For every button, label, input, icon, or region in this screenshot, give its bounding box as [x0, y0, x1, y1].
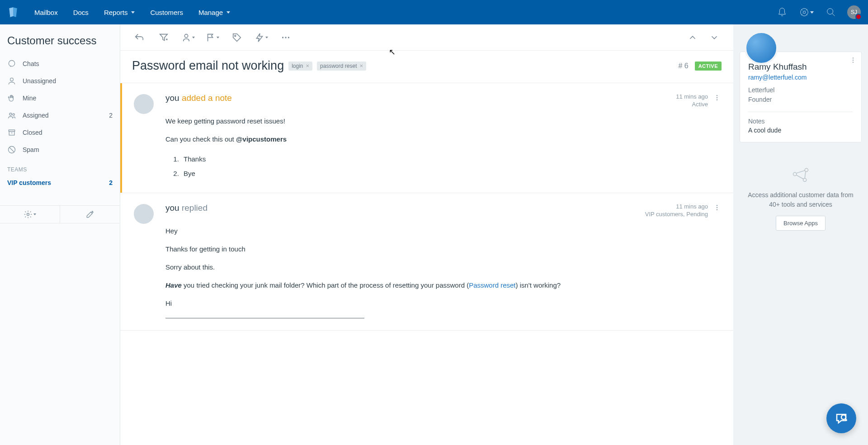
workflow-button[interactable]	[251, 28, 271, 47]
sidebar-item-spam[interactable]: Spam	[0, 141, 120, 158]
close-icon[interactable]: ×	[359, 63, 363, 69]
password-reset-link[interactable]: Password reset	[469, 281, 515, 289]
settings-button[interactable]	[0, 206, 60, 223]
logo[interactable]	[7, 6, 19, 18]
message-text: Have	[165, 281, 182, 289]
divider	[748, 112, 853, 112]
list-item: Thanks	[181, 152, 722, 166]
message-text: Hey	[165, 226, 722, 237]
prev-conversation-button[interactable]	[683, 28, 703, 47]
message-status: Active	[692, 101, 708, 108]
back-button[interactable]	[129, 28, 149, 47]
divider	[165, 318, 364, 318]
svg-point-16	[717, 95, 717, 96]
chevron-down-icon	[192, 37, 195, 38]
chat-icon	[7, 59, 16, 68]
close-icon[interactable]: ×	[306, 63, 310, 69]
flag-button[interactable]	[203, 28, 222, 47]
customer-more-button[interactable]	[849, 57, 857, 65]
message-more-button[interactable]	[712, 203, 722, 213]
chevron-down-icon	[810, 11, 814, 14]
svg-point-22	[853, 57, 854, 58]
svg-point-3	[9, 61, 14, 66]
nav-mailbox[interactable]: Mailbox	[28, 5, 64, 20]
sidebar-item-label: Closed	[23, 129, 42, 136]
subject-row: Password email not working login× passwo…	[120, 51, 733, 83]
svg-point-24	[853, 62, 854, 62]
nav-manage[interactable]: Manage	[192, 5, 236, 20]
customer-avatar[interactable]	[745, 31, 778, 65]
message-author: you	[165, 203, 179, 213]
svg-point-17	[717, 97, 717, 98]
conversation-subject: Password email not working	[132, 59, 284, 73]
message-text: We keep getting password reset issues!	[165, 116, 722, 127]
thread: you added a note 11 mins ago Active We k…	[120, 83, 733, 445]
nav-customers[interactable]: Customers	[144, 5, 189, 20]
svg-point-1	[803, 11, 806, 14]
user-avatar[interactable]: SJ	[847, 5, 861, 19]
sidebar-item-chats[interactable]: Chats	[0, 55, 120, 72]
sidebar-item-closed[interactable]: Closed	[0, 124, 120, 141]
message-action: replied	[182, 203, 208, 213]
svg-point-5	[9, 113, 12, 115]
notifications-button[interactable]	[774, 4, 790, 20]
svg-point-26	[805, 168, 808, 171]
customer-company: Letterfuel	[748, 85, 853, 95]
compose-button[interactable]	[60, 206, 120, 223]
message-time: 11 mins ago	[676, 203, 708, 210]
sidebar-team-label: VIP customers	[7, 179, 51, 186]
nav-docs[interactable]: Docs	[67, 5, 95, 20]
sidebar-item-assigned[interactable]: Assigned 2	[0, 107, 120, 124]
chevron-down-icon	[265, 37, 268, 38]
assign-button[interactable]	[178, 28, 198, 47]
customer-notes[interactable]: A cool dude	[748, 127, 853, 134]
nav-reports-label: Reports	[104, 9, 128, 16]
customer-panel: Ramy Khuffash ramy@letterfuel.com Letter…	[733, 24, 868, 445]
apps-promo: Access additional customer data from 40+…	[740, 151, 862, 235]
message-text: Can you check this out	[165, 135, 236, 143]
sidebar-section-teams: TEAMS	[0, 158, 120, 175]
tag-button[interactable]	[227, 28, 247, 47]
nav-right: SJ	[774, 4, 861, 20]
chevron-down-icon	[131, 11, 135, 14]
tag-password-reset[interactable]: password reset×	[317, 62, 366, 71]
customer-email[interactable]: ramy@letterfuel.com	[748, 74, 853, 81]
message-text: you tried checking your junk mail folder…	[182, 281, 469, 289]
svg-point-19	[717, 205, 717, 206]
block-icon	[7, 145, 16, 154]
conversation-nav	[683, 28, 724, 47]
svg-point-10	[27, 213, 29, 216]
nav-reports[interactable]: Reports	[98, 5, 142, 20]
mention[interactable]: @vipcustomers	[236, 135, 287, 143]
next-conversation-button[interactable]	[704, 28, 724, 47]
avatar	[134, 204, 154, 224]
message-author: you	[165, 93, 179, 103]
svg-point-20	[717, 207, 717, 208]
user-icon	[7, 76, 16, 85]
sidebar-item-mine[interactable]: Mine	[0, 90, 120, 107]
more-button[interactable]	[276, 28, 296, 47]
message-more-button[interactable]	[712, 93, 722, 104]
svg-point-18	[717, 99, 717, 100]
tag-login[interactable]: login×	[288, 62, 312, 71]
compose-icon	[85, 210, 94, 219]
status-button[interactable]	[154, 28, 174, 47]
status-badge: ACTIVE	[695, 62, 722, 71]
archive-icon	[7, 128, 16, 137]
svg-point-21	[717, 209, 717, 210]
tag-label: login	[292, 63, 303, 69]
customer-role: Founder	[748, 95, 853, 104]
conversation-number: # 6	[678, 62, 688, 70]
beacon-button[interactable]	[826, 403, 856, 433]
thread-note: you added a note 11 mins ago Active We k…	[120, 83, 733, 193]
sidebar-item-unassigned[interactable]: Unassigned	[0, 72, 120, 90]
svg-point-12	[235, 35, 236, 36]
svg-point-14	[285, 37, 286, 38]
help-button[interactable]	[798, 4, 815, 20]
svg-rect-8	[9, 132, 14, 135]
message-text: Hi	[165, 298, 722, 309]
message-body: Hey Thanks for getting in touch Sorry ab…	[165, 226, 722, 318]
sidebar-team-vip[interactable]: VIP customers 2	[0, 175, 120, 190]
search-button[interactable]	[823, 4, 839, 20]
browse-apps-button[interactable]: Browse Apps	[776, 216, 826, 231]
